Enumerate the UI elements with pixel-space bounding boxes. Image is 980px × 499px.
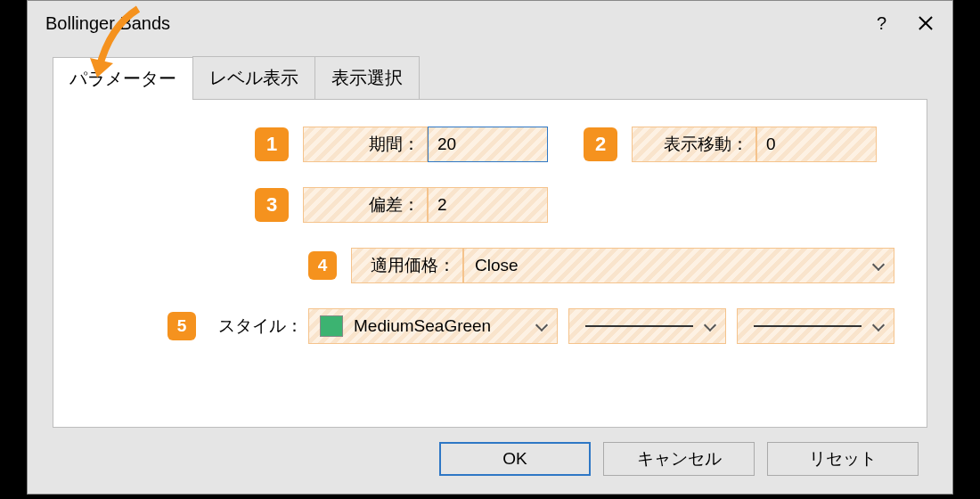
tab-levels[interactable]: レベル表示 [192,56,315,99]
dialog-buttons: OK キャンセル リセット [28,428,952,494]
dialog-title: Bollinger Bands [45,13,170,34]
deviation-label: 偏差： [303,187,428,223]
badge-4: 4 [308,251,337,280]
close-icon [917,14,935,32]
shift-input[interactable]: 0 [756,127,877,162]
period-label: 期間： [303,127,428,162]
tab-visuals[interactable]: 表示選択 [314,56,420,99]
bollinger-bands-dialog: Bollinger Bands ? パラメーター レベル表示 表示選択 1 期間… [27,0,953,495]
reset-button[interactable]: リセット [767,442,919,476]
shift-label: 表示移動： [632,127,756,162]
line-sample [585,325,693,327]
titlebar: Bollinger Bands ? [28,1,952,45]
chevron-down-icon [872,320,885,332]
line-width-select[interactable] [737,308,894,344]
apply-price-value: Close [475,256,519,275]
chevron-down-icon [872,259,885,272]
ok-button[interactable]: OK [439,442,591,476]
help-button[interactable]: ? [877,13,886,34]
line-sample [754,325,862,327]
apply-price-select[interactable]: Close [463,248,894,283]
parameters-panel: 1 期間： 20 2 表示移動： 0 3 偏差： 2 4 適用価格： Cl [53,99,927,428]
badge-5: 5 [167,312,196,340]
apply-label: 適用価格： [351,248,463,283]
color-swatch [320,315,343,337]
close-button[interactable] [917,14,935,32]
period-input[interactable]: 20 [428,127,548,162]
chevron-down-icon [704,320,716,332]
style-label: スタイル： [210,315,308,338]
badge-3: 3 [255,188,289,222]
deviation-input[interactable]: 2 [428,187,548,223]
color-select[interactable]: MediumSeaGreen [308,308,558,344]
line-style-select[interactable] [568,308,726,344]
badge-1: 1 [255,127,289,161]
badge-2: 2 [584,127,617,161]
tab-parameters[interactable]: パラメーター [53,57,193,100]
cancel-button[interactable]: キャンセル [603,442,755,476]
chevron-down-icon [535,320,548,332]
color-name: MediumSeaGreen [354,316,491,336]
tab-strip: パラメーター レベル表示 表示選択 [53,56,952,99]
